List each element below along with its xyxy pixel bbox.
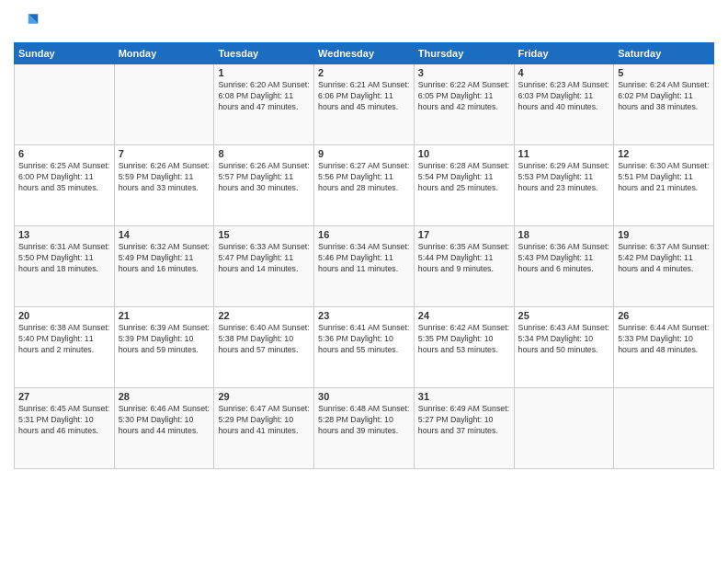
calendar: SundayMondayTuesdayWednesdayThursdayFrid… [14,42,714,469]
day-info: Sunrise: 6:29 AM Sunset: 5:53 PM Dayligh… [518,161,610,194]
day-info: Sunrise: 6:47 AM Sunset: 5:29 PM Dayligh… [218,404,310,437]
day-info: Sunrise: 6:33 AM Sunset: 5:47 PM Dayligh… [218,242,310,275]
calendar-cell: 9Sunrise: 6:27 AM Sunset: 5:56 PM Daylig… [314,145,415,226]
day-number: 30 [318,391,410,402]
day-number: 3 [418,67,510,78]
day-info: Sunrise: 6:20 AM Sunset: 6:08 PM Dayligh… [218,80,310,113]
page: SundayMondayTuesdayWednesdayThursdayFrid… [0,0,728,563]
day-info: Sunrise: 6:48 AM Sunset: 5:28 PM Dayligh… [318,404,410,437]
logo [14,9,43,35]
day-number: 27 [18,391,110,402]
day-number: 2 [318,67,410,78]
calendar-cell [15,64,115,145]
day-number: 14 [119,229,210,240]
day-number: 9 [318,148,410,159]
day-info: Sunrise: 6:40 AM Sunset: 5:38 PM Dayligh… [218,323,310,356]
calendar-cell: 5Sunrise: 6:24 AM Sunset: 6:02 PM Daylig… [614,64,714,145]
calendar-week-4: 20Sunrise: 6:38 AM Sunset: 5:40 PM Dayli… [15,307,714,388]
calendar-cell: 29Sunrise: 6:47 AM Sunset: 5:29 PM Dayli… [214,388,314,469]
header [14,9,714,35]
calendar-week-3: 13Sunrise: 6:31 AM Sunset: 5:50 PM Dayli… [15,226,714,307]
day-number: 10 [418,148,510,159]
day-info: Sunrise: 6:41 AM Sunset: 5:36 PM Dayligh… [318,323,410,356]
calendar-cell: 31Sunrise: 6:49 AM Sunset: 5:27 PM Dayli… [414,388,514,469]
day-number: 18 [518,229,610,240]
day-number: 26 [618,310,710,321]
calendar-week-5: 27Sunrise: 6:45 AM Sunset: 5:31 PM Dayli… [15,388,714,469]
calendar-cell: 11Sunrise: 6:29 AM Sunset: 5:53 PM Dayli… [514,145,614,226]
calendar-cell [114,64,214,145]
day-info: Sunrise: 6:49 AM Sunset: 5:27 PM Dayligh… [418,404,510,437]
calendar-cell: 3Sunrise: 6:22 AM Sunset: 6:05 PM Daylig… [414,64,514,145]
weekday-header-sunday: Sunday [15,43,115,64]
calendar-cell: 27Sunrise: 6:45 AM Sunset: 5:31 PM Dayli… [15,388,115,469]
calendar-cell: 24Sunrise: 6:42 AM Sunset: 5:35 PM Dayli… [414,307,514,388]
day-number: 5 [618,67,710,78]
day-number: 22 [218,310,310,321]
day-number: 6 [18,148,110,159]
calendar-cell: 13Sunrise: 6:31 AM Sunset: 5:50 PM Dayli… [15,226,115,307]
calendar-cell: 19Sunrise: 6:37 AM Sunset: 5:42 PM Dayli… [614,226,714,307]
calendar-cell: 1Sunrise: 6:20 AM Sunset: 6:08 PM Daylig… [214,64,314,145]
calendar-cell: 23Sunrise: 6:41 AM Sunset: 5:36 PM Dayli… [314,307,415,388]
weekday-header-row: SundayMondayTuesdayWednesdayThursdayFrid… [15,43,714,64]
calendar-cell: 16Sunrise: 6:34 AM Sunset: 5:46 PM Dayli… [314,226,415,307]
day-info: Sunrise: 6:23 AM Sunset: 6:03 PM Dayligh… [518,80,610,113]
calendar-cell: 22Sunrise: 6:40 AM Sunset: 5:38 PM Dayli… [214,307,314,388]
calendar-cell: 14Sunrise: 6:32 AM Sunset: 5:49 PM Dayli… [114,226,214,307]
weekday-header-friday: Friday [514,43,614,64]
day-info: Sunrise: 6:42 AM Sunset: 5:35 PM Dayligh… [418,323,510,356]
day-number: 13 [18,229,110,240]
logo-icon [14,9,40,35]
calendar-cell: 15Sunrise: 6:33 AM Sunset: 5:47 PM Dayli… [214,226,314,307]
calendar-cell: 8Sunrise: 6:26 AM Sunset: 5:57 PM Daylig… [214,145,314,226]
day-info: Sunrise: 6:39 AM Sunset: 5:39 PM Dayligh… [119,323,210,356]
day-info: Sunrise: 6:30 AM Sunset: 5:51 PM Dayligh… [618,161,710,194]
day-number: 1 [218,67,310,78]
day-info: Sunrise: 6:27 AM Sunset: 5:56 PM Dayligh… [318,161,410,194]
weekday-header-tuesday: Tuesday [214,43,314,64]
day-info: Sunrise: 6:36 AM Sunset: 5:43 PM Dayligh… [518,242,610,275]
weekday-header-saturday: Saturday [614,43,714,64]
day-info: Sunrise: 6:34 AM Sunset: 5:46 PM Dayligh… [318,242,410,275]
day-info: Sunrise: 6:28 AM Sunset: 5:54 PM Dayligh… [418,161,510,194]
calendar-cell: 28Sunrise: 6:46 AM Sunset: 5:30 PM Dayli… [114,388,214,469]
calendar-cell: 18Sunrise: 6:36 AM Sunset: 5:43 PM Dayli… [514,226,614,307]
day-number: 25 [518,310,610,321]
day-info: Sunrise: 6:26 AM Sunset: 5:57 PM Dayligh… [218,161,310,194]
day-number: 29 [218,391,310,402]
calendar-cell: 7Sunrise: 6:26 AM Sunset: 5:59 PM Daylig… [114,145,214,226]
day-info: Sunrise: 6:22 AM Sunset: 6:05 PM Dayligh… [418,80,510,113]
calendar-cell: 20Sunrise: 6:38 AM Sunset: 5:40 PM Dayli… [15,307,115,388]
day-number: 12 [618,148,710,159]
day-info: Sunrise: 6:45 AM Sunset: 5:31 PM Dayligh… [18,404,110,437]
day-number: 15 [218,229,310,240]
day-number: 31 [418,391,510,402]
day-number: 23 [318,310,410,321]
day-number: 20 [18,310,110,321]
day-number: 8 [218,148,310,159]
calendar-cell: 30Sunrise: 6:48 AM Sunset: 5:28 PM Dayli… [314,388,415,469]
day-info: Sunrise: 6:35 AM Sunset: 5:44 PM Dayligh… [418,242,510,275]
day-info: Sunrise: 6:43 AM Sunset: 5:34 PM Dayligh… [518,323,610,356]
day-info: Sunrise: 6:21 AM Sunset: 6:06 PM Dayligh… [318,80,410,113]
weekday-header-wednesday: Wednesday [314,43,415,64]
day-info: Sunrise: 6:26 AM Sunset: 5:59 PM Dayligh… [119,161,210,194]
day-number: 7 [119,148,210,159]
weekday-header-thursday: Thursday [414,43,514,64]
day-number: 28 [119,391,210,402]
calendar-cell [514,388,614,469]
day-info: Sunrise: 6:32 AM Sunset: 5:49 PM Dayligh… [119,242,210,275]
day-info: Sunrise: 6:46 AM Sunset: 5:30 PM Dayligh… [119,404,210,437]
calendar-week-1: 1Sunrise: 6:20 AM Sunset: 6:08 PM Daylig… [15,64,714,145]
day-info: Sunrise: 6:37 AM Sunset: 5:42 PM Dayligh… [618,242,710,275]
calendar-cell: 25Sunrise: 6:43 AM Sunset: 5:34 PM Dayli… [514,307,614,388]
day-info: Sunrise: 6:38 AM Sunset: 5:40 PM Dayligh… [18,323,110,356]
day-info: Sunrise: 6:44 AM Sunset: 5:33 PM Dayligh… [618,323,710,356]
day-number: 4 [518,67,610,78]
weekday-header-monday: Monday [114,43,214,64]
calendar-cell [614,388,714,469]
day-info: Sunrise: 6:31 AM Sunset: 5:50 PM Dayligh… [18,242,110,275]
calendar-cell: 2Sunrise: 6:21 AM Sunset: 6:06 PM Daylig… [314,64,415,145]
day-info: Sunrise: 6:25 AM Sunset: 6:00 PM Dayligh… [18,161,110,194]
